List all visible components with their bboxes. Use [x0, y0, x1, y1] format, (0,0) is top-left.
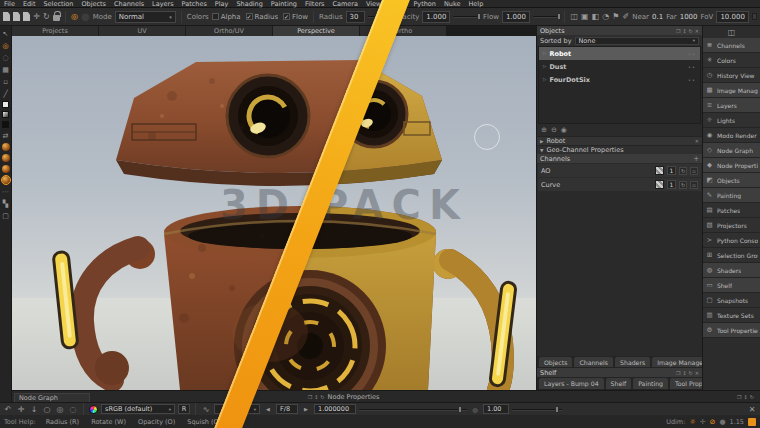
import-icon[interactable]: ✛	[33, 11, 40, 22]
palette-tab[interactable]: ◆ Node Properties	[703, 158, 760, 173]
remove-object-icon[interactable]: ⊖	[551, 126, 557, 134]
near-value[interactable]: 0.1	[652, 13, 663, 21]
menu-item[interactable]: Help	[468, 0, 483, 8]
palette-tab[interactable]: ⚙ Tool Properties	[703, 323, 760, 338]
menu-item[interactable]: Layers	[152, 0, 174, 8]
prev-icon[interactable]: ◀	[263, 406, 273, 412]
viewport-tab[interactable]: Ortho/UV	[186, 26, 272, 36]
palette-tab[interactable]: ◷ History View	[703, 68, 760, 83]
dock-tab[interactable]: Objects	[539, 357, 572, 367]
wireframe-toggle-icon[interactable]: ▢	[1, 211, 10, 220]
shader-sphere-icon[interactable]: ◔	[602, 11, 609, 22]
colorspace-dropdown[interactable]: sRGB (default) ▾	[101, 404, 175, 414]
detach-icon[interactable]: ❐	[676, 27, 680, 35]
shade-icon[interactable]: ↕	[682, 27, 686, 35]
gain-input[interactable]: 1.000000	[314, 404, 356, 414]
palette-tab[interactable]: ▥ Texture Sets	[703, 308, 760, 323]
render-status-icon[interactable]: ☼	[689, 418, 695, 426]
close-icon[interactable]: ✕	[747, 405, 757, 414]
checker-toggle-icon[interactable]: ▚	[1, 199, 10, 208]
geo-channel-section-header[interactable]: ▼ Geo-Channel Properties	[537, 145, 702, 154]
background-swatch[interactable]	[2, 121, 9, 128]
close-icon[interactable]: ✕	[695, 369, 699, 377]
far-value[interactable]: 1000	[680, 13, 698, 21]
fstop-input[interactable]: F/8	[276, 404, 298, 414]
object-row[interactable]: ▷ Robot ••	[539, 47, 700, 60]
palette-tab[interactable]: Shelf	[606, 378, 632, 389]
lock-icon[interactable]	[53, 11, 60, 22]
menu-item[interactable]: Camera	[332, 0, 358, 8]
new-project-icon[interactable]	[3, 11, 10, 22]
export-icon[interactable]: ↻	[43, 11, 50, 22]
udim-status-chip[interactable]	[748, 418, 756, 426]
palette-tab[interactable]: Painting	[633, 378, 668, 389]
palette-tab[interactable]: ☼ Lights	[703, 113, 760, 128]
blur-tool-icon[interactable]: ◌	[1, 53, 10, 62]
pull-down-icon[interactable]: ↓	[29, 405, 39, 414]
overflow-icon[interactable]: ⋯	[1, 187, 10, 196]
palette-tab[interactable]: ▢ Snapshots	[703, 293, 760, 308]
palette-tab[interactable]: ◩ Objects	[703, 173, 760, 188]
menu-item[interactable]: Shading	[236, 0, 262, 8]
node-graph-tab[interactable]: Node Graph	[14, 393, 90, 403]
palette-tab[interactable]: ◉ Modo Render	[703, 128, 760, 143]
soft-brush-icon[interactable]: ◌	[68, 405, 78, 414]
opacity-slider[interactable]	[453, 12, 480, 21]
undo-icon[interactable]: ↶	[3, 405, 13, 414]
cache-status-icon[interactable]: ⊘	[710, 418, 716, 426]
flow-input[interactable]: 1.000	[502, 11, 530, 23]
detach-icon[interactable]: ❐	[737, 393, 741, 401]
dock-tab[interactable]: Shaders	[615, 357, 650, 367]
flow-slider[interactable]	[533, 12, 560, 21]
palette-tab[interactable]: ⊞ Selection Groups	[703, 248, 760, 263]
gradient-swatch[interactable]	[2, 111, 9, 118]
marquee-tool-icon[interactable]: ▫	[1, 77, 10, 86]
object-row[interactable]: ▷ FourDotSix ••	[539, 73, 700, 86]
move-icon[interactable]: ✛	[16, 405, 26, 414]
flag-icon[interactable]: ⚑	[612, 11, 619, 22]
channel-toggle-button[interactable]: ▫	[690, 181, 698, 189]
fov-input[interactable]: 10.000	[716, 11, 749, 23]
object-visibility-icon[interactable]: ••	[688, 77, 696, 83]
curve-icon[interactable]: ∿	[201, 405, 211, 414]
refresh-icon[interactable]: ↻	[689, 27, 693, 35]
circle-brush-icon[interactable]: ○	[42, 405, 52, 414]
palette-tab[interactable]: ▤ Patches	[703, 203, 760, 218]
palette-tab[interactable]: ≡ Layers	[703, 98, 760, 113]
toggle[interactable]: ✓ Radius	[246, 13, 278, 21]
channel-refresh-button[interactable]: ↻	[679, 181, 687, 189]
gain-slider[interactable]	[359, 405, 467, 414]
vector-tool-icon[interactable]: ╱	[1, 89, 10, 98]
menu-item[interactable]: Filters	[305, 0, 324, 8]
close-icon[interactable]: ✕	[695, 27, 699, 35]
palette-tab[interactable]: ✳ Colors	[703, 53, 760, 68]
current-shader[interactable]	[2, 176, 10, 184]
next-icon[interactable]: ▶	[301, 406, 311, 412]
brush-tip-icon[interactable]: ●	[81, 11, 90, 22]
swap-colors-icon[interactable]: ⇄	[1, 131, 10, 140]
duplicate-object-icon[interactable]: ◉	[561, 126, 567, 134]
palette-tab[interactable]: ✎ Painting	[703, 188, 760, 203]
toggle[interactable]: ✓ Flow	[283, 13, 308, 21]
checkbox[interactable]: ✓	[283, 13, 290, 20]
radius-input[interactable]: 30	[346, 11, 365, 23]
menu-item[interactable]: Edit	[23, 0, 36, 8]
menu-item[interactable]: Play	[215, 0, 229, 8]
menu-item[interactable]: Nuke	[444, 0, 461, 8]
menu-item[interactable]: File	[4, 0, 15, 8]
clone-tool-icon[interactable]: ▦	[1, 65, 10, 74]
fov-reset-button[interactable]	[752, 13, 757, 20]
detach-icon[interactable]: ❐	[308, 393, 312, 401]
gamma-slider[interactable]	[512, 405, 562, 414]
mode-dropdown[interactable]: Normal▾	[115, 11, 176, 23]
shader-ball-2[interactable]	[2, 154, 10, 162]
gamma-input[interactable]: 1.00	[483, 404, 509, 414]
refresh-icon[interactable]: ↻	[689, 369, 693, 377]
sort-dropdown[interactable]: None ▾	[575, 37, 700, 45]
color-wheel-icon[interactable]	[89, 405, 98, 414]
channel-toggle-button[interactable]: ▫	[690, 167, 698, 175]
expand-icon[interactable]: ▷	[543, 51, 546, 56]
add-object-icon[interactable]: ⊕	[541, 126, 547, 134]
toggle[interactable]: Alpha	[212, 13, 241, 21]
palette-tab[interactable]: ◍ Shaders	[703, 263, 760, 278]
